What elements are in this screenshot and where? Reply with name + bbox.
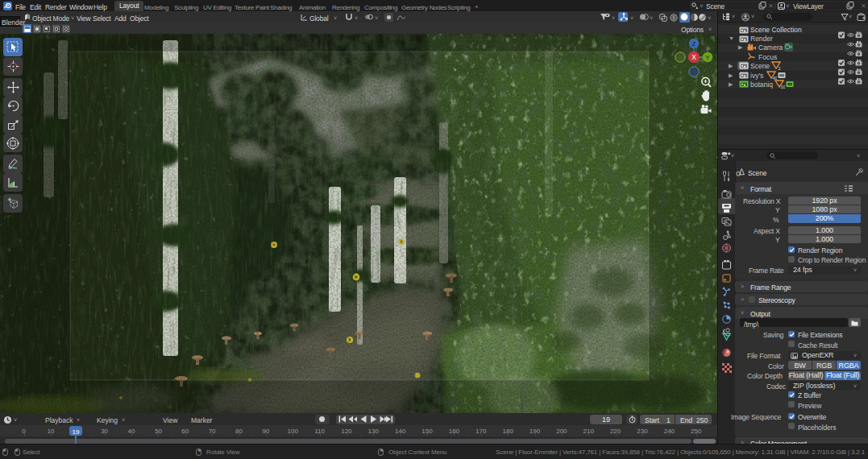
svg-text:Y: Y bbox=[705, 54, 710, 61]
svg-text:Z: Z bbox=[692, 40, 696, 48]
svg-text:X: X bbox=[691, 53, 696, 61]
svg-text:10: 10 bbox=[781, 84, 786, 89]
svg-text:2: 2 bbox=[779, 66, 781, 71]
